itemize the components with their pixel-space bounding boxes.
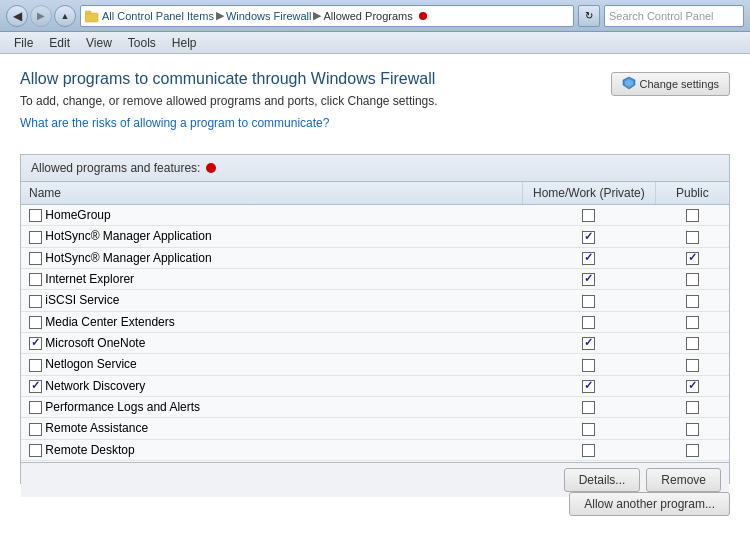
breadcrumb-level1[interactable]: Windows Firewall	[226, 10, 312, 22]
public-checkbox-cell	[655, 332, 729, 353]
page-subtitle: To add, change, or remove allowed progra…	[20, 94, 595, 108]
col-public: Public	[655, 182, 729, 205]
public-checkbox[interactable]	[686, 423, 699, 436]
home-work-checkbox[interactable]	[582, 273, 595, 286]
menu-bar: File Edit View Tools Help	[0, 32, 750, 54]
table-row[interactable]: HotSync® Manager Application	[21, 226, 729, 247]
program-name-cell: Microsoft OneNote	[21, 332, 523, 353]
public-checkbox[interactable]	[686, 252, 699, 265]
name-checkbox[interactable]	[29, 401, 42, 414]
menu-file[interactable]: File	[6, 34, 41, 52]
public-checkbox-cell	[655, 439, 729, 460]
name-checkbox[interactable]	[29, 231, 42, 244]
home-work-checkbox-cell	[523, 439, 656, 460]
public-checkbox[interactable]	[686, 444, 699, 457]
public-checkbox[interactable]	[686, 316, 699, 329]
content-area: Allow programs to communicate through Wi…	[0, 54, 750, 553]
remove-button[interactable]: Remove	[646, 468, 721, 492]
table-header-row: Name Home/Work (Private) Public	[21, 182, 729, 205]
program-name-cell: Performance Logs and Alerts	[21, 396, 523, 417]
name-checkbox[interactable]	[29, 380, 42, 393]
forward-button[interactable]: ▶	[30, 5, 52, 27]
home-work-checkbox[interactable]	[582, 316, 595, 329]
refresh-button[interactable]: ↻	[578, 5, 600, 27]
name-checkbox[interactable]	[29, 337, 42, 350]
table-row[interactable]: Microsoft OneNote	[21, 332, 729, 353]
col-name: Name	[21, 182, 523, 205]
program-name-cell: Netlogon Service	[21, 354, 523, 375]
public-checkbox[interactable]	[686, 295, 699, 308]
address-bar-area: ◀ ▶ ▲ All Control Panel Items ▶ Windows …	[0, 0, 750, 32]
menu-edit[interactable]: Edit	[41, 34, 78, 52]
table-row[interactable]: Netlogon Service	[21, 354, 729, 375]
name-checkbox[interactable]	[29, 316, 42, 329]
table-row[interactable]: HotSync® Manager Application	[21, 247, 729, 268]
home-work-checkbox[interactable]	[582, 252, 595, 265]
table-row[interactable]: Media Center Extenders	[21, 311, 729, 332]
back-button[interactable]: ◀	[6, 5, 28, 27]
public-checkbox-cell	[655, 354, 729, 375]
table-row[interactable]: Remote Assistance	[21, 418, 729, 439]
public-checkbox[interactable]	[686, 209, 699, 222]
home-work-checkbox[interactable]	[582, 401, 595, 414]
name-checkbox[interactable]	[29, 359, 42, 372]
table-row[interactable]: Internet Explorer	[21, 268, 729, 289]
menu-tools[interactable]: Tools	[120, 34, 164, 52]
breadcrumb-current: Allowed Programs	[323, 10, 412, 22]
address-bar[interactable]: All Control Panel Items ▶ Windows Firewa…	[80, 5, 574, 27]
menu-view[interactable]: View	[78, 34, 120, 52]
public-checkbox[interactable]	[686, 337, 699, 350]
home-work-checkbox[interactable]	[582, 423, 595, 436]
programs-table-container[interactable]: Name Home/Work (Private) Public HomeGrou…	[21, 182, 729, 462]
home-work-checkbox[interactable]	[582, 359, 595, 372]
public-checkbox[interactable]	[686, 359, 699, 372]
home-work-checkbox-cell	[523, 311, 656, 332]
home-work-checkbox-cell	[523, 418, 656, 439]
table-row[interactable]: Remote Desktop	[21, 439, 729, 460]
public-checkbox[interactable]	[686, 401, 699, 414]
table-row[interactable]: HomeGroup	[21, 205, 729, 226]
table-row[interactable]: iSCSI Service	[21, 290, 729, 311]
table-row[interactable]: Network Discovery	[21, 375, 729, 396]
public-checkbox-cell	[655, 311, 729, 332]
program-name-cell: HomeGroup	[21, 205, 523, 226]
program-name-cell: HotSync® Manager Application	[21, 247, 523, 268]
menu-help[interactable]: Help	[164, 34, 205, 52]
home-work-checkbox[interactable]	[582, 231, 595, 244]
public-checkbox[interactable]	[686, 231, 699, 244]
home-work-checkbox[interactable]	[582, 209, 595, 222]
nav-buttons: ◀ ▶ ▲	[6, 5, 76, 27]
table-row[interactable]: Performance Logs and Alerts	[21, 396, 729, 417]
programs-panel: Allowed programs and features: Name Home…	[20, 154, 730, 484]
home-work-checkbox[interactable]	[582, 380, 595, 393]
home-work-checkbox-cell	[523, 332, 656, 353]
breadcrumb-root[interactable]: All Control Panel Items	[102, 10, 214, 22]
home-work-checkbox-cell	[523, 268, 656, 289]
home-work-checkbox[interactable]	[582, 295, 595, 308]
name-checkbox[interactable]	[29, 444, 42, 457]
home-work-checkbox[interactable]	[582, 337, 595, 350]
change-settings-button[interactable]: Change settings	[611, 72, 731, 96]
public-checkbox[interactable]	[686, 380, 699, 393]
public-checkbox[interactable]	[686, 273, 699, 286]
home-work-checkbox-cell	[523, 396, 656, 417]
home-work-checkbox-cell	[523, 205, 656, 226]
name-checkbox[interactable]	[29, 423, 42, 436]
home-work-checkbox[interactable]	[582, 444, 595, 457]
allow-another-program-button[interactable]: Allow another program...	[569, 492, 730, 516]
change-settings-label: Change settings	[640, 78, 720, 90]
home-work-checkbox-cell	[523, 375, 656, 396]
program-name-cell: Network Discovery	[21, 375, 523, 396]
up-button[interactable]: ▲	[54, 5, 76, 27]
public-checkbox-cell	[655, 396, 729, 417]
help-link[interactable]: What are the risks of allowing a program…	[20, 116, 329, 130]
search-input[interactable]: Search Control Panel	[604, 5, 744, 27]
program-name-cell: HotSync® Manager Application	[21, 226, 523, 247]
name-checkbox[interactable]	[29, 295, 42, 308]
name-checkbox[interactable]	[29, 209, 42, 222]
name-checkbox[interactable]	[29, 273, 42, 286]
public-checkbox-cell	[655, 375, 729, 396]
name-checkbox[interactable]	[29, 252, 42, 265]
public-checkbox-cell	[655, 268, 729, 289]
details-button[interactable]: Details...	[564, 468, 641, 492]
